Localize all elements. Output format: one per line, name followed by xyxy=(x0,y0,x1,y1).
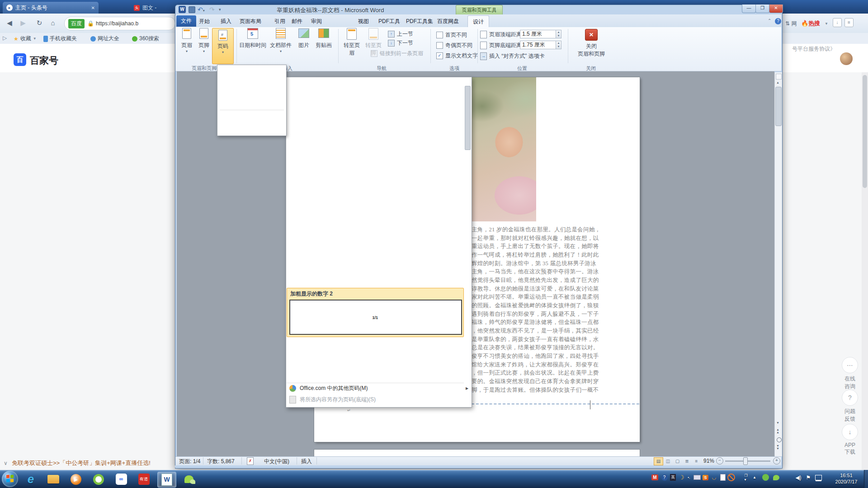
prev-section-button[interactable]: ↑ 上一节 xyxy=(388,30,413,38)
tray-basket-icon[interactable]: ◡ xyxy=(710,474,718,481)
tab-pdf-tools[interactable]: PDF工具 xyxy=(378,18,400,25)
show-desktop-button[interactable] xyxy=(864,470,868,488)
next-section-button[interactable]: ↓ 下一节 xyxy=(388,39,413,47)
link-to-previous-button[interactable]: 链接到前一条页眉 xyxy=(371,50,423,57)
status-language[interactable]: 中文(中国) xyxy=(264,458,289,465)
tray-moon-icon[interactable]: ☽ xyxy=(678,474,685,481)
tray-mini-icon[interactable]: ▪, xyxy=(686,474,692,481)
bookmark-site-directory[interactable]: 网址大全 xyxy=(90,35,119,42)
tray-lang-icon[interactable]: 英 xyxy=(669,474,677,481)
insert-alignment-tab-button[interactable]: → 插入 “对齐方式” 选项卡 xyxy=(480,52,545,60)
browser-scrollbar-thumb[interactable] xyxy=(863,75,867,188)
chevron-down-icon[interactable]: ▼ xyxy=(825,22,828,26)
taskbar-baidu-netdisk[interactable]: ∞ xyxy=(112,472,130,487)
tray-restore-icon[interactable]: ❐▾ xyxy=(743,474,749,481)
tab-mailings[interactable]: 邮件 xyxy=(292,18,302,25)
quick-parts-button[interactable]: 文档部件▾ xyxy=(268,28,294,53)
tray-mathtype-icon[interactable]: M xyxy=(651,474,659,481)
agreement-link[interactable]: 号平台服务协议》 xyxy=(792,45,835,53)
tray-doc-icon[interactable] xyxy=(719,474,726,481)
goto-header-button[interactable]: 转至页眉 xyxy=(341,28,362,57)
minimize-button[interactable]: — xyxy=(742,5,756,13)
hot-search-button[interactable]: 🔥热搜 xyxy=(801,19,820,28)
promo-link[interactable]: 免联考双证硕士>>「中公考研」集训+网课+直播任选! xyxy=(12,459,151,467)
forward-icon[interactable]: ▶ xyxy=(17,17,29,29)
taskbar-media-player[interactable]: ▶ xyxy=(67,472,85,487)
taskbar-explorer[interactable] xyxy=(44,472,62,487)
redo-icon[interactable]: ↷ xyxy=(209,6,215,14)
taskbar-ie[interactable]: e xyxy=(22,472,40,487)
view-web-layout-button[interactable]: ▢ xyxy=(673,457,682,465)
download-icon[interactable]: ↓ xyxy=(833,18,842,27)
tray-flag-icon[interactable]: ⚑ xyxy=(805,474,812,481)
tab-file[interactable]: 文件 xyxy=(176,15,196,27)
promo-collapse-icon[interactable]: ∨ xyxy=(4,460,8,466)
bookmark-phone-favorites[interactable]: 手机收藏夹 xyxy=(43,35,77,42)
close-button[interactable]: ✕ xyxy=(769,5,783,13)
taskbar-360-browser[interactable] xyxy=(90,472,108,487)
tab-close-icon[interactable]: ✕ xyxy=(91,5,95,10)
home-icon[interactable]: ⌂ xyxy=(47,17,59,29)
back-icon[interactable]: ◀ xyxy=(4,17,15,29)
word-scrollbar-thumb[interactable] xyxy=(775,87,782,126)
baijiahao-brand[interactable]: 百家号 xyxy=(30,54,58,67)
favorites-button[interactable]: ★ 收藏 ▼ xyxy=(14,35,37,42)
avatar[interactable] xyxy=(840,52,853,65)
close-header-footer-button[interactable]: ✕ 关闭 页眉和页脚 xyxy=(576,28,606,58)
view-print-layout-button[interactable]: ▤ xyxy=(654,457,663,465)
app-download-widget[interactable]: ↓ APP 下载 xyxy=(836,424,863,456)
tab-insert[interactable]: 插入 xyxy=(221,18,231,25)
status-insert-mode[interactable]: 插入 xyxy=(301,458,312,465)
menu-icon[interactable]: ≡ xyxy=(844,18,854,27)
tray-sogou-icon[interactable]: S xyxy=(702,474,709,481)
gallery-office-com-item[interactable]: Office.com 中的其他页码(M) xyxy=(289,385,368,392)
taskbar-word-active[interactable]: W xyxy=(157,472,176,488)
view-fullscreen-reading-button[interactable]: ◫ xyxy=(663,457,673,465)
start-button[interactable] xyxy=(2,471,18,487)
help-icon[interactable]: ? xyxy=(775,18,781,24)
tray-keyboard-icon[interactable] xyxy=(693,474,701,481)
ruler-toggle-icon[interactable] xyxy=(776,74,782,80)
tab-home[interactable]: 开始 xyxy=(199,18,210,25)
picture-button[interactable]: 图片 xyxy=(295,28,313,49)
baijiahao-logo-icon[interactable]: 百 xyxy=(14,53,26,66)
gallery-item-bold2-preview[interactable]: 1/1 xyxy=(289,300,462,335)
footer-from-bottom-field[interactable]: 1.75 厘米▲▼ xyxy=(520,41,561,49)
tab-page-layout[interactable]: 页面布局 xyxy=(240,18,261,25)
tab-pdf-toolset[interactable]: PDF工具集 xyxy=(406,18,433,25)
refresh-icon[interactable]: ↻ xyxy=(33,17,45,29)
address-bar[interactable]: 百度 🔒 https://baijiahao.b xyxy=(64,17,175,30)
tray-volume-icon[interactable]: ◀) xyxy=(794,474,803,481)
footer-button[interactable]: 页脚▾ xyxy=(196,28,212,53)
show-document-text-checkbox[interactable]: ✓显示文档文字 xyxy=(436,52,478,60)
browser-tab-active[interactable]: ▸ 主页 - 头条号 ✕ xyxy=(3,2,99,14)
online-consult-widget[interactable]: ⋯ 在线 咨询 xyxy=(836,357,863,390)
tray-show-hidden-icon[interactable]: ▲ xyxy=(751,474,758,481)
page-number-button[interactable]: # 页码▾ xyxy=(212,28,234,64)
clipart-button[interactable]: 剪贴画 xyxy=(314,28,334,49)
tab-design-active[interactable]: 设计 xyxy=(467,15,489,28)
gallery-scrollbar-thumb[interactable] xyxy=(465,86,471,150)
collapse-sidebar-icon[interactable]: ▷ xyxy=(3,35,7,41)
tray-help-icon[interactable]: ? xyxy=(660,474,668,481)
maximize-button[interactable]: ❐ xyxy=(755,5,769,13)
word-app-icon[interactable]: W xyxy=(179,6,186,13)
zoom-slider-thumb[interactable] xyxy=(743,457,748,465)
status-word-count[interactable]: 字数: 5,867 xyxy=(207,458,235,465)
spellcheck-icon[interactable]: ✗ xyxy=(247,457,254,465)
header-from-top-field[interactable]: 1.5 厘米▲▼ xyxy=(520,30,561,38)
word-scrollbar[interactable] xyxy=(774,72,782,456)
scroll-up-icon[interactable]: ▲ xyxy=(776,81,779,84)
taskbar-wechat[interactable] xyxy=(181,472,199,487)
view-outline-button[interactable]: ≣ xyxy=(682,457,692,465)
bookmark-360-search[interactable]: 360搜索 xyxy=(132,35,159,42)
date-time-button[interactable]: 5 日期和时间 xyxy=(239,28,267,49)
qat-customize-icon[interactable]: ▾ xyxy=(219,6,221,14)
tray-wechat-icon[interactable] xyxy=(772,474,780,481)
zoom-level[interactable]: 91% xyxy=(703,458,714,464)
next-page-icon[interactable]: ▼▼ xyxy=(776,445,779,450)
scroll-down-icon[interactable]: ▼ xyxy=(776,421,779,424)
previous-page-icon[interactable]: ▲▲ xyxy=(776,428,779,434)
tray-360-safe-icon[interactable] xyxy=(761,474,769,481)
tray-network-icon[interactable] xyxy=(814,474,823,481)
